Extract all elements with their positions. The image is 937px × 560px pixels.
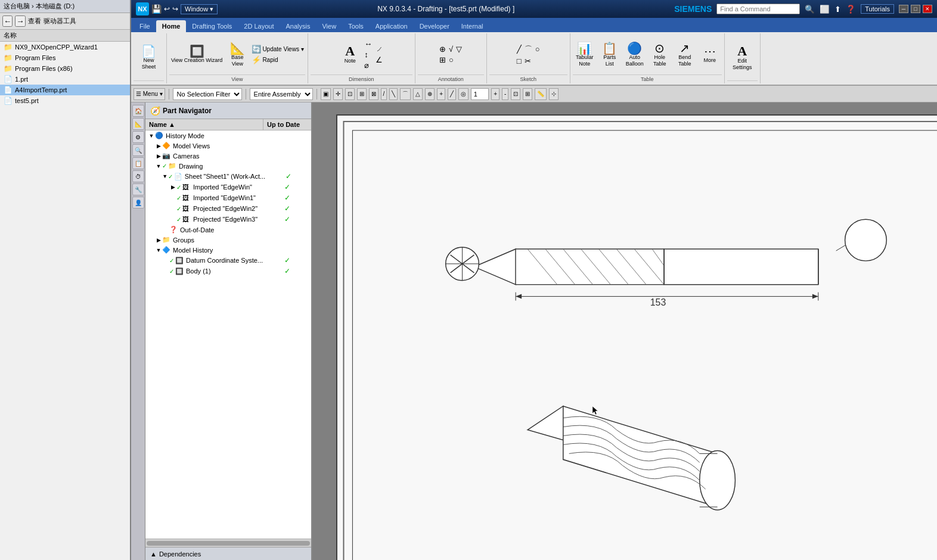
snap-btn-11[interactable]: + bbox=[437, 88, 445, 100]
expand-groups[interactable]: ▶ bbox=[155, 237, 162, 243]
edit-settings-button[interactable]: A EditSettings bbox=[730, 43, 754, 72]
tree-item-outofdate[interactable]: ❓ Out-of-Date bbox=[145, 225, 311, 235]
tree-item-datum[interactable]: ✓ 🔲 Datum Coordinate Syste... ✓ bbox=[145, 255, 311, 266]
help-btn[interactable]: ❓ bbox=[846, 5, 856, 14]
snap-btn-5[interactable]: ⊠ bbox=[369, 88, 378, 100]
tab-view[interactable]: View bbox=[316, 20, 342, 32]
expand-model-history[interactable]: ▼ bbox=[155, 247, 162, 253]
tree-item-model-history[interactable]: ▼ 🔷 Model History bbox=[145, 245, 311, 255]
fe-item-programfilesx86[interactable]: 📁 Program Files (x86) bbox=[0, 63, 130, 74]
tab-tools[interactable]: Tools bbox=[342, 20, 370, 32]
bend-table-button[interactable]: ↗ BendTable bbox=[673, 41, 697, 69]
parts-list-button[interactable]: 📋 PartsList bbox=[598, 41, 622, 69]
fe-item-1prt[interactable]: 📄 1.prt bbox=[0, 74, 130, 85]
snap-btn-7[interactable]: ╲ bbox=[389, 88, 398, 100]
fe-item-programfiles[interactable]: 📁 Program Files bbox=[0, 52, 130, 63]
tree-item-groups[interactable]: ▶ 📁 Groups bbox=[145, 235, 311, 245]
sidebar-icon-2[interactable]: 📐 bbox=[132, 118, 144, 130]
chamfer-btn[interactable]: ⟋ bbox=[374, 44, 384, 54]
view-options-btn[interactable]: ⊡ bbox=[511, 88, 520, 100]
fullscreen-btn[interactable]: ⬜ bbox=[820, 5, 830, 14]
snap-btn-8[interactable]: ⌒ bbox=[400, 88, 411, 100]
arc-btn[interactable]: ⌒ bbox=[523, 43, 533, 55]
selection-filter-dropdown[interactable]: No Selection Filter Feature Edge Face bbox=[173, 88, 242, 100]
note-button[interactable]: A Note bbox=[338, 43, 362, 66]
snap-btn-2[interactable]: ✛ bbox=[333, 88, 343, 100]
more-button[interactable]: ⋯ More bbox=[698, 44, 722, 65]
tab-home[interactable]: Home bbox=[156, 20, 187, 32]
tree-item-edgewin2[interactable]: ✓ 🖼 Projected "EdgeWin2" ✓ bbox=[145, 203, 311, 214]
id-sym-btn[interactable]: ○ bbox=[448, 55, 455, 65]
drawing-area[interactable]: 153 ⌀15 bbox=[312, 102, 937, 560]
datum-btn[interactable]: ▽ bbox=[455, 44, 463, 54]
gdt-btn[interactable]: ⊞ bbox=[438, 55, 447, 65]
grid-btn[interactable]: ⊞ bbox=[523, 88, 532, 100]
dim-btn-2[interactable]: ↕ bbox=[363, 49, 373, 60]
circle-btn[interactable]: ○ bbox=[534, 43, 541, 55]
line-btn[interactable]: ╱ bbox=[516, 43, 523, 55]
rect-btn[interactable]: □ bbox=[516, 56, 523, 66]
expand-sheet1[interactable]: ▼ bbox=[162, 173, 169, 179]
fe-forward-btn[interactable]: → bbox=[15, 15, 25, 27]
snap-btn-9[interactable]: △ bbox=[413, 88, 423, 100]
sidebar-icon-3[interactable]: ⚙ bbox=[132, 131, 144, 143]
measure-btn[interactable]: 📏 bbox=[535, 88, 547, 100]
find-command-input[interactable] bbox=[716, 4, 800, 14]
search-icon[interactable]: 🔍 bbox=[805, 5, 815, 14]
roughness-btn[interactable]: √ bbox=[448, 44, 454, 54]
nav-scroll-thumb[interactable] bbox=[147, 541, 310, 546]
tree-item-cameras[interactable]: ▶ 📷 Cameras bbox=[145, 151, 311, 161]
dim-btn-3[interactable]: ⌀ bbox=[363, 60, 373, 70]
snap-btn-12[interactable]: ╱ bbox=[448, 88, 456, 100]
expand-cameras[interactable]: ▶ bbox=[155, 153, 162, 159]
fe-item-test5[interactable]: 📄 test5.prt bbox=[0, 95, 130, 106]
tab-drafting-tools[interactable]: Drafting Tools bbox=[186, 20, 238, 32]
close-btn[interactable]: ✕ bbox=[923, 5, 932, 13]
minimize-btn[interactable]: ─ bbox=[899, 5, 908, 13]
tab-application[interactable]: Application bbox=[370, 20, 414, 32]
expand-drawing[interactable]: ▼ bbox=[155, 163, 162, 169]
tab-developer[interactable]: Developer bbox=[414, 20, 455, 32]
trim-btn[interactable]: ✂ bbox=[523, 56, 532, 66]
dim-btn-1[interactable]: ↔ bbox=[363, 39, 373, 49]
fe-item-nx9[interactable]: 📁 NX9_NXOpenCPP_Wizard1 bbox=[0, 42, 130, 52]
expand-model-views[interactable]: ▶ bbox=[155, 143, 162, 149]
tab-2d-layout[interactable]: 2D Layout bbox=[238, 20, 280, 32]
hole-table-button[interactable]: ⊙ HoleTable bbox=[648, 41, 672, 69]
sidebar-icon-7[interactable]: 🔧 bbox=[132, 183, 144, 195]
tree-item-drawing[interactable]: ▼ ✓ 📁 Drawing bbox=[145, 161, 311, 171]
quick-save-btn[interactable]: 💾 bbox=[151, 4, 162, 14]
window-menu-btn[interactable]: Window ▾ bbox=[181, 4, 218, 14]
quick-redo-btn[interactable]: ↪ bbox=[172, 5, 178, 13]
tutorials-btn[interactable]: Tutorials bbox=[861, 4, 894, 14]
menu-button[interactable]: ☰ Menu ▾ bbox=[134, 88, 165, 100]
snap-btn-10[interactable]: ⊕ bbox=[425, 88, 435, 100]
update-views-button[interactable]: 🔄 Update Views ▾ bbox=[250, 44, 305, 54]
base-view-button[interactable]: 📐 BaseView bbox=[225, 41, 249, 69]
tab-file[interactable]: File bbox=[134, 20, 156, 32]
view-creation-wizard-button[interactable]: 🔲 View Creation Wizard bbox=[169, 44, 224, 65]
tabular-note-button[interactable]: 📊 TabularNote bbox=[573, 41, 597, 69]
tree-item-edgewin1[interactable]: ✓ 🖼 Imported "EdgeWin1" ✓ bbox=[145, 192, 311, 203]
snap-btn-3[interactable]: ⊡ bbox=[345, 88, 355, 100]
sidebar-icon-4[interactable]: 🔍 bbox=[132, 144, 144, 156]
snap-btn-4[interactable]: ⊞ bbox=[357, 88, 367, 100]
snap-value-input[interactable] bbox=[471, 88, 489, 100]
maximize-btn[interactable]: □ bbox=[911, 5, 920, 13]
sidebar-icon-8[interactable]: 👤 bbox=[132, 197, 144, 209]
quick-undo-btn[interactable]: ↩ bbox=[164, 5, 170, 13]
sidebar-icon-6[interactable]: ⏱ bbox=[132, 170, 144, 182]
tab-analysis[interactable]: Analysis bbox=[280, 20, 317, 32]
angle-btn[interactable]: ∠ bbox=[374, 55, 384, 65]
snap-btn-1[interactable]: ▣ bbox=[321, 88, 331, 100]
tree-item-sheet1[interactable]: ▼ ✓ 📄 Sheet "Sheet1" (Work-Act... ✓ bbox=[145, 171, 311, 182]
rapid-button[interactable]: ⚡ Rapid bbox=[250, 55, 305, 65]
expand-history[interactable]: ▼ bbox=[148, 133, 155, 139]
new-sheet-button[interactable]: 📄 NewSheet bbox=[137, 44, 161, 71]
tree-item-edgewin3[interactable]: ✓ 🖼 Projected "EdgeWin3" ✓ bbox=[145, 214, 311, 225]
fe-item-a4import[interactable]: 📄 A4ImportTemp.prt bbox=[0, 85, 130, 95]
auto-balloon-button[interactable]: 🔵 AutoBalloon bbox=[623, 41, 647, 69]
zoom-out-btn[interactable]: - bbox=[502, 88, 508, 100]
tree-item-history-mode[interactable]: ▼ 🔵 History Mode bbox=[145, 130, 311, 141]
fe-back-btn[interactable]: ← bbox=[2, 15, 13, 27]
